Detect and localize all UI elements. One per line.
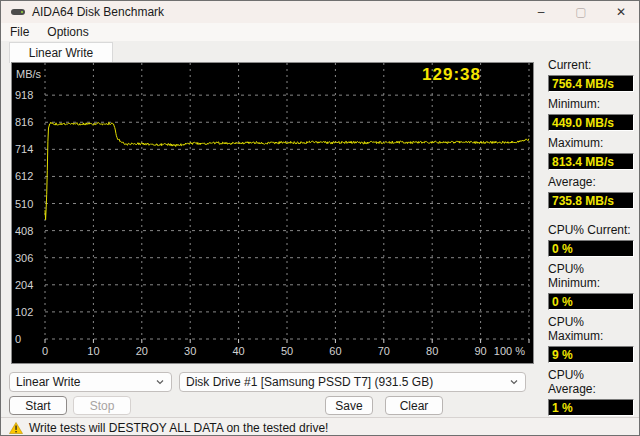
stat-maximum: Maximum: 813.4 MB/s <box>548 136 634 170</box>
app-icon <box>11 9 25 15</box>
stat-minimum: Minimum: 449.0 MB/s <box>548 97 634 131</box>
svg-text:20: 20 <box>136 345 148 357</box>
svg-text:612: 612 <box>15 170 33 182</box>
drive-select[interactable]: Disk Drive #1 [Samsung PSSD T7] (931.5 G… <box>179 372 526 392</box>
menu-file[interactable]: File <box>1 23 38 41</box>
stat-value: 0 % <box>548 240 634 257</box>
stat-label: Current: <box>548 58 634 72</box>
stat-current: Current: 756.4 MB/s <box>548 58 634 92</box>
clear-button[interactable]: Clear <box>385 396 443 415</box>
warning-icon <box>9 422 23 434</box>
svg-text:80: 80 <box>426 345 438 357</box>
svg-text:100 %: 100 % <box>494 345 525 357</box>
warning-text: Write tests will DESTROY ALL DATA on the… <box>29 421 328 435</box>
svg-text:0: 0 <box>15 333 21 345</box>
svg-text:0: 0 <box>42 345 48 357</box>
svg-text:306: 306 <box>15 252 33 264</box>
svg-text:204: 204 <box>15 279 33 291</box>
benchmark-chart: 0102204306408510612714816918010203040506… <box>11 62 534 364</box>
svg-text:50: 50 <box>281 345 293 357</box>
save-button[interactable]: Save <box>325 396 373 415</box>
start-button[interactable]: Start <box>9 396 67 415</box>
stat-value: 9 % <box>548 346 634 363</box>
title-bar: AIDA64 Disk Benchmark – ▢ ✕ <box>1 1 640 23</box>
svg-text:10: 10 <box>87 345 99 357</box>
stat-label: CPU% Maximum: <box>548 315 634 343</box>
menu-options[interactable]: Options <box>38 23 97 41</box>
svg-text:510: 510 <box>15 198 33 210</box>
svg-text:60: 60 <box>329 345 341 357</box>
minimize-button[interactable]: – <box>521 1 561 23</box>
aida64-disk-benchmark-window: { "window": { "title": "AIDA64 Disk Benc… <box>0 0 640 436</box>
chart-unit-label: MB/s <box>16 68 41 80</box>
stat-value: 449.0 MB/s <box>548 114 634 131</box>
stat-label: Minimum: <box>548 97 634 111</box>
stat-label: CPU% Average: <box>548 368 634 396</box>
svg-text:90: 90 <box>474 345 486 357</box>
svg-text:918: 918 <box>15 89 33 101</box>
test-type-select[interactable]: Linear Write <box>9 372 172 392</box>
window-title: AIDA64 Disk Benchmark <box>32 5 164 19</box>
close-button[interactable]: ✕ <box>601 1 640 23</box>
svg-text:816: 816 <box>15 116 33 128</box>
stat-label: CPU% Current: <box>548 223 634 237</box>
stop-button: Stop <box>73 396 131 415</box>
stat-cpu-maximum: CPU% Maximum: 9 % <box>548 315 634 363</box>
drive-value: Disk Drive #1 [Samsung PSSD T7] (931.5 G… <box>186 375 433 389</box>
svg-text:30: 30 <box>184 345 196 357</box>
stat-average: Average: 735.8 MB/s <box>548 175 634 209</box>
chevron-down-icon <box>155 377 165 387</box>
stat-cpu-minimum: CPU% Minimum: 0 % <box>548 262 634 310</box>
stats-panel: Current: 756.4 MB/s Minimum: 449.0 MB/s … <box>548 58 634 436</box>
svg-text:70: 70 <box>378 345 390 357</box>
stat-label: Maximum: <box>548 136 634 150</box>
stat-cpu-average: CPU% Average: 1 % <box>548 368 634 416</box>
stat-value: 0 % <box>548 293 634 310</box>
svg-text:40: 40 <box>232 345 244 357</box>
svg-text:714: 714 <box>15 143 33 155</box>
menu-bar: File Options <box>1 23 640 41</box>
maximize-button: ▢ <box>561 1 601 23</box>
stat-value: 756.4 MB/s <box>548 75 634 92</box>
test-type-value: Linear Write <box>16 375 80 389</box>
stat-label: CPU% Minimum: <box>548 262 634 290</box>
stat-value: 1 % <box>548 399 634 416</box>
stat-label: Average: <box>548 175 634 189</box>
svg-text:408: 408 <box>15 225 33 237</box>
status-bar: Write tests will DESTROY ALL DATA on the… <box>1 417 640 436</box>
svg-text:102: 102 <box>15 306 33 318</box>
elapsed-timer: 129:38 <box>422 65 481 85</box>
chevron-down-icon <box>509 377 519 387</box>
tab-linear-write[interactable]: Linear Write <box>9 42 113 63</box>
stat-value: 813.4 MB/s <box>548 153 634 170</box>
stat-cpu-current: CPU% Current: 0 % <box>548 223 634 257</box>
chart-canvas: 0102204306408510612714816918010203040506… <box>12 63 533 363</box>
stat-value: 735.8 MB/s <box>548 192 634 209</box>
